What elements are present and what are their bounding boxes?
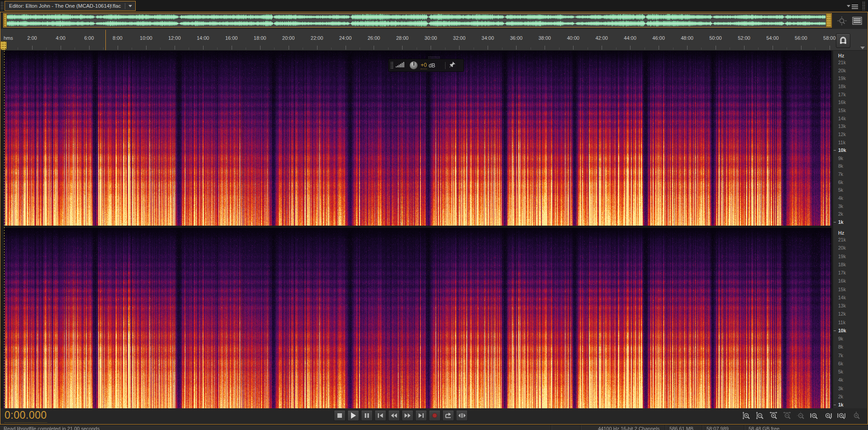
overview-trim-handle-left[interactable]	[4, 14, 7, 27]
ruler-tick	[146, 46, 147, 50]
rewind-button[interactable]	[388, 410, 400, 421]
fast-forward-button[interactable]	[402, 410, 413, 421]
ruler-tick	[474, 47, 474, 50]
frequency-label: 5k	[838, 187, 843, 193]
frequency-label: 17k	[838, 270, 846, 275]
ruler-tick	[18, 47, 18, 50]
frequency-label: 8k	[838, 344, 843, 350]
ruler-tick	[317, 46, 318, 50]
status-duration: 58:07.989	[707, 426, 729, 430]
hud-toolbar[interactable]: +0 dB	[388, 59, 464, 72]
ruler-tick	[630, 46, 631, 50]
frequency-label: 9k	[838, 156, 843, 161]
ruler-tick	[716, 46, 716, 50]
zoom-out-vertical-button[interactable]	[754, 411, 765, 421]
playhead-handle[interactable]	[0, 41, 7, 50]
ruler-tick	[118, 46, 118, 50]
frequency-label: 2k	[838, 211, 843, 217]
ruler-label: 54:00	[766, 35, 779, 41]
ruler-tick	[645, 47, 645, 50]
ruler-tick	[246, 47, 246, 50]
ruler-label: 48:00	[681, 35, 693, 41]
ruler-tick	[274, 47, 275, 50]
frequency-label: 9k	[838, 336, 843, 341]
frequency-label: 4k	[838, 195, 843, 201]
ruler-tick	[289, 46, 289, 50]
tab-dropdown-icon[interactable]	[128, 5, 132, 7]
ruler-label: 42:00	[595, 35, 608, 41]
tab-close-icon[interactable]: ×	[108, 2, 114, 9]
zoom-in-at-out-point-button[interactable]	[822, 411, 833, 421]
zoom-in-at-in-point-button[interactable]	[809, 411, 820, 421]
ruler-tick	[388, 47, 389, 50]
frequency-label: 7k	[838, 353, 843, 358]
ruler-tick	[602, 46, 602, 50]
gain-unit-label: dB	[429, 62, 436, 69]
skip-to-end-button[interactable]	[415, 410, 427, 421]
audition-window: Editor: Elton John - The One (MCAD-10614…	[0, 0, 868, 430]
editor-tab[interactable]: Editor: Elton John - The One (MCAD-10614…	[5, 1, 136, 11]
stop-button[interactable]	[334, 410, 346, 421]
zoom-in-vertical-button[interactable]	[741, 411, 752, 421]
play-button[interactable]	[347, 410, 359, 421]
panel-layers-icon[interactable]	[852, 17, 862, 25]
loop-playback-button[interactable]	[442, 410, 454, 421]
frequency-label: 6k	[838, 180, 843, 185]
status-file-size: 586.61 MB	[669, 426, 693, 430]
status-separator	[665, 425, 665, 430]
status-separator	[744, 425, 745, 430]
ruler-tick	[217, 47, 218, 50]
gain-value[interactable]: +0	[421, 62, 427, 69]
overview-trim-handle-right[interactable]	[826, 14, 831, 27]
panel-grip-handle[interactable]	[0, 1, 4, 10]
ruler-tick	[830, 46, 830, 50]
frequency-axis[interactable]: Hz21k20k19k18k17k16k15k14k13k12k11k10k9k…	[833, 51, 867, 408]
tab-title: Editor: Elton John - The One (MCAD-10614…	[9, 3, 121, 9]
status-separator	[580, 425, 581, 430]
ruler-label: 34:00	[482, 35, 494, 41]
frequency-label: 3k	[838, 203, 843, 209]
ruler-label: 2:00	[27, 35, 37, 41]
ruler-tick	[801, 46, 802, 50]
frequency-label: 1k	[838, 219, 844, 225]
frequency-label: 21k	[838, 60, 846, 65]
ruler-marker[interactable]	[105, 30, 106, 50]
ruler-tick	[516, 46, 517, 50]
frequency-unit-label: Hz	[838, 230, 844, 236]
ruler-label: 30:00	[425, 35, 437, 41]
zoom-in-horizontal-button[interactable]	[768, 411, 779, 421]
ruler-label: 16:00	[225, 35, 238, 41]
frequency-label: 15k	[838, 108, 846, 113]
zoom-to-selection-button[interactable]	[836, 411, 847, 421]
frequency-label: 10k	[838, 328, 846, 333]
time-display[interactable]: 0:00.000	[5, 409, 47, 423]
hud-grip-handle[interactable]	[390, 61, 393, 69]
frequency-label: 1k	[838, 402, 844, 407]
frequency-label: 6k	[838, 361, 843, 366]
spectrogram-left-channel[interactable]	[4, 51, 831, 226]
ruler-tick	[616, 47, 617, 50]
ruler-tick	[431, 46, 431, 50]
timeline-ruler[interactable]: hms 2:004:006:008:0010:0012:0014:0016:00…	[0, 29, 867, 51]
record-button[interactable]	[429, 410, 441, 421]
snap-magnet-button[interactable]	[836, 33, 850, 48]
frequency-tick	[834, 150, 836, 151]
skip-selection-button[interactable]	[456, 410, 468, 421]
spectrogram-right-channel[interactable]	[4, 228, 831, 408]
skip-to-start-button[interactable]	[375, 410, 386, 421]
status-bar: Read libsndfile completed in 21.00 secon…	[0, 425, 868, 430]
pause-button[interactable]	[361, 410, 373, 421]
pin-hud-icon[interactable]	[449, 61, 456, 70]
ruler-tick	[360, 47, 360, 50]
ruler-tick	[773, 46, 773, 50]
panel-grip-handle-right[interactable]	[862, 1, 866, 10]
status-free-space: 58.48 GB free	[749, 426, 780, 430]
panel-menu-icon[interactable]	[847, 3, 859, 11]
frequency-axis-menu-icon[interactable]	[860, 47, 865, 49]
overview-waveform[interactable]	[4, 14, 831, 27]
ruler-tick	[758, 47, 759, 50]
ruler-tick	[559, 47, 560, 50]
navigate-zoom-icon[interactable]	[836, 16, 848, 27]
gain-knob[interactable]	[409, 61, 418, 70]
ruler-tick	[545, 46, 545, 50]
